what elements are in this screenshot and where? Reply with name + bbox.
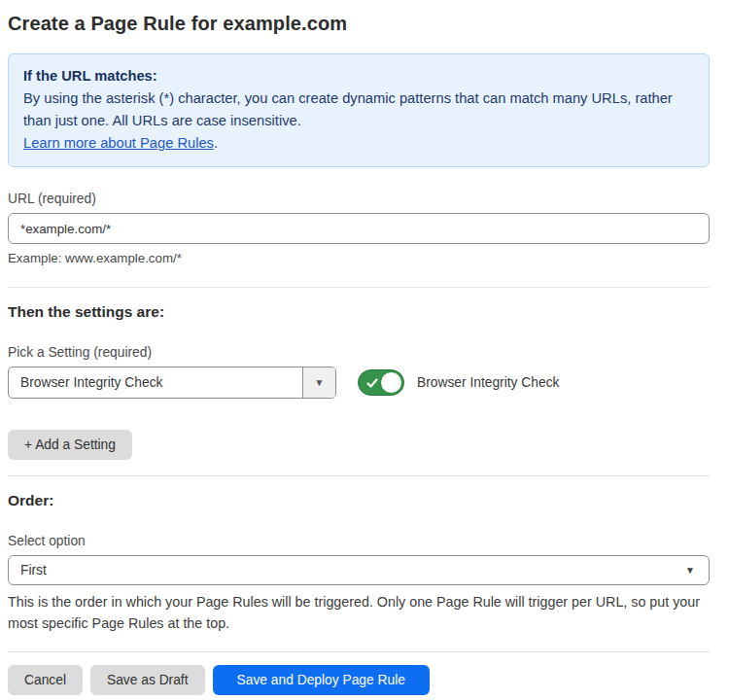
add-setting-button[interactable]: + Add a Setting	[8, 430, 132, 460]
cancel-button[interactable]: Cancel	[8, 665, 83, 695]
select-arrow-icon: ▼	[685, 565, 695, 576]
url-matches-info-box: If the URL matches: By using the asteris…	[8, 53, 710, 167]
order-hint: This is the order in which your Page Rul…	[8, 591, 710, 634]
pick-setting-label: Pick a Setting (required)	[8, 345, 710, 360]
section-divider	[8, 475, 710, 476]
order-section-heading: Order:	[8, 492, 710, 509]
toggle-label: Browser Integrity Check	[417, 375, 559, 390]
select-option-label: Select option	[8, 534, 710, 548]
setting-row: Browser Integrity Check ▼ Browser Integr…	[8, 367, 710, 399]
learn-more-link[interactable]: Learn more about Page Rules	[23, 135, 214, 151]
section-divider	[8, 287, 710, 288]
url-example-hint: Example: www.example.com/*	[8, 251, 710, 265]
setting-dropdown[interactable]: Browser Integrity Check ▼	[8, 367, 336, 399]
dropdown-arrow-icon[interactable]: ▼	[302, 368, 335, 398]
create-page-rule-panel: Create a Page Rule for example.com If th…	[0, 13, 729, 695]
info-box-body: By using the asterisk (*) character, you…	[23, 88, 694, 132]
settings-section-heading: Then the settings are:	[8, 303, 710, 321]
url-input[interactable]	[8, 213, 710, 244]
save-draft-button[interactable]: Save as Draft	[90, 665, 205, 695]
footer-actions: Cancel Save as Draft Save and Deploy Pag…	[8, 665, 710, 695]
browser-integrity-toggle[interactable]	[358, 369, 404, 396]
setting-dropdown-value: Browser Integrity Check	[9, 368, 302, 398]
order-select-value: First	[20, 563, 47, 578]
link-period: .	[214, 135, 218, 151]
save-deploy-button[interactable]: Save and Deploy Page Rule	[213, 665, 430, 695]
order-select[interactable]: First ▼	[8, 555, 710, 585]
page-title: Create a Page Rule for example.com	[8, 13, 710, 35]
info-box-heading: If the URL matches:	[23, 65, 694, 88]
toggle-knob	[381, 372, 401, 393]
info-box-link-row: Learn more about Page Rules.	[23, 132, 694, 155]
check-icon	[366, 377, 378, 389]
url-field-label: URL (required)	[8, 192, 710, 206]
footer-divider	[8, 651, 710, 652]
